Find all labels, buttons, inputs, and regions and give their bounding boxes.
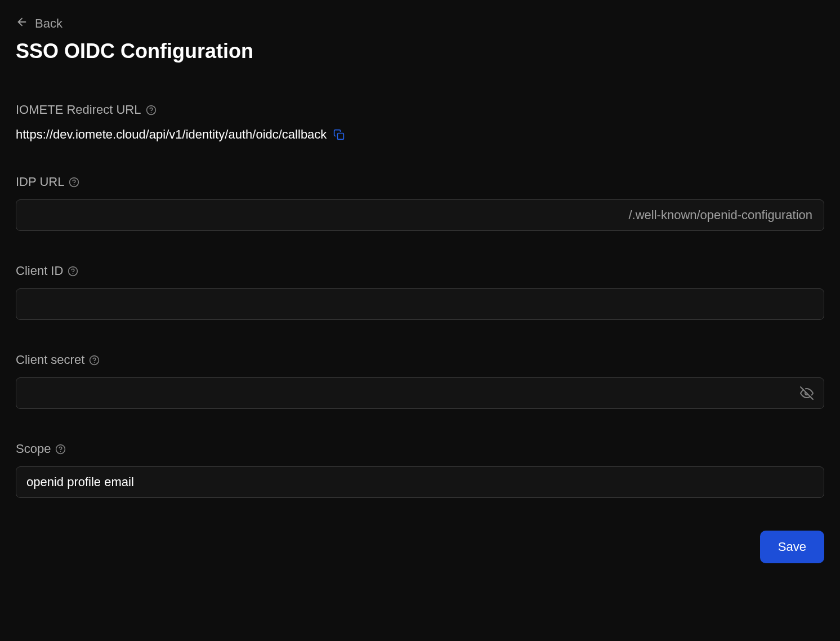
- help-icon[interactable]: [68, 266, 78, 277]
- back-label: Back: [35, 16, 62, 31]
- svg-rect-3: [338, 133, 344, 140]
- client-secret-label: Client secret: [16, 353, 824, 367]
- client-id-input[interactable]: [16, 288, 824, 320]
- help-icon[interactable]: [55, 444, 66, 455]
- idp-url-input-wrapper: /.well-known/openid-configuration: [16, 199, 824, 231]
- client-secret-input[interactable]: [16, 378, 790, 408]
- help-icon[interactable]: [69, 177, 79, 188]
- idp-url-label: IDP URL: [16, 175, 824, 189]
- page-title: SSO OIDC Configuration: [16, 39, 824, 63]
- scope-field: Scope: [16, 442, 824, 498]
- arrow-left-icon: [16, 16, 28, 32]
- idp-url-input[interactable]: [16, 200, 628, 230]
- client-id-label: Client ID: [16, 264, 824, 278]
- scope-label: Scope: [16, 442, 824, 456]
- idp-url-label-text: IDP URL: [16, 175, 64, 189]
- redirect-url-value-row: https://dev.iomete.cloud/api/v1/identity…: [16, 127, 824, 142]
- redirect-url-label-text: IOMETE Redirect URL: [16, 103, 141, 117]
- back-link[interactable]: Back: [16, 16, 62, 32]
- eye-off-icon[interactable]: [790, 386, 824, 400]
- help-icon[interactable]: [146, 105, 157, 115]
- idp-url-suffix: /.well-known/openid-configuration: [628, 200, 824, 230]
- idp-url-field: IDP URL /.well-known/openid-configuratio…: [16, 175, 824, 231]
- client-secret-field: Client secret: [16, 353, 824, 409]
- scope-label-text: Scope: [16, 442, 51, 456]
- client-secret-input-wrapper: [16, 377, 824, 409]
- footer: Save: [16, 531, 824, 563]
- copy-icon[interactable]: [333, 129, 345, 140]
- help-icon[interactable]: [89, 355, 100, 366]
- client-id-label-text: Client ID: [16, 264, 63, 278]
- client-secret-label-text: Client secret: [16, 353, 84, 367]
- scope-input[interactable]: [16, 466, 824, 498]
- save-button[interactable]: Save: [760, 531, 824, 563]
- redirect-url-value: https://dev.iomete.cloud/api/v1/identity…: [16, 127, 327, 142]
- redirect-url-field: IOMETE Redirect URL https://dev.iomete.c…: [16, 103, 824, 142]
- redirect-url-label: IOMETE Redirect URL: [16, 103, 824, 117]
- client-id-field: Client ID: [16, 264, 824, 320]
